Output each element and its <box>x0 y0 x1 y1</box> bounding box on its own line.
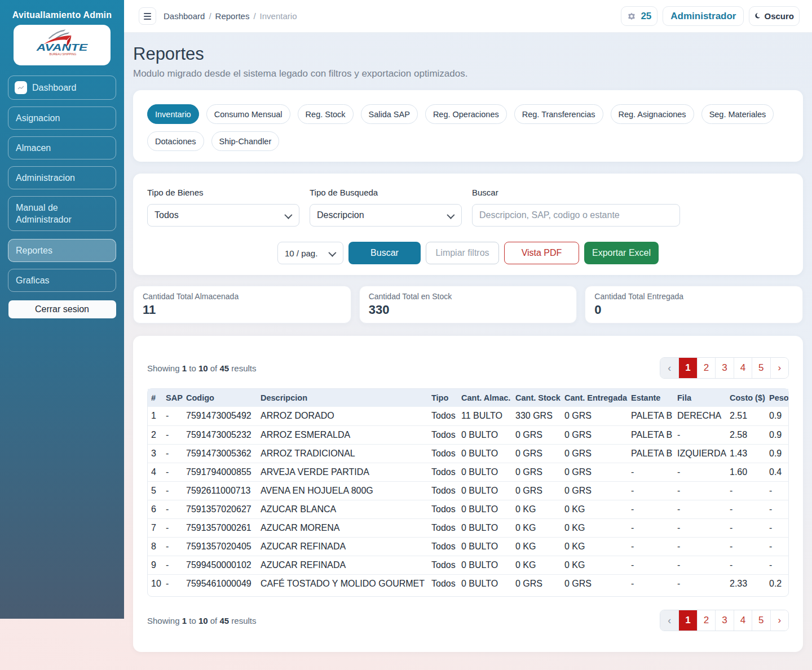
svg-text:AVANTE: AVANTE <box>36 43 87 52</box>
svg-text:BUREAU SHIPPING: BUREAU SHIPPING <box>50 53 77 56</box>
